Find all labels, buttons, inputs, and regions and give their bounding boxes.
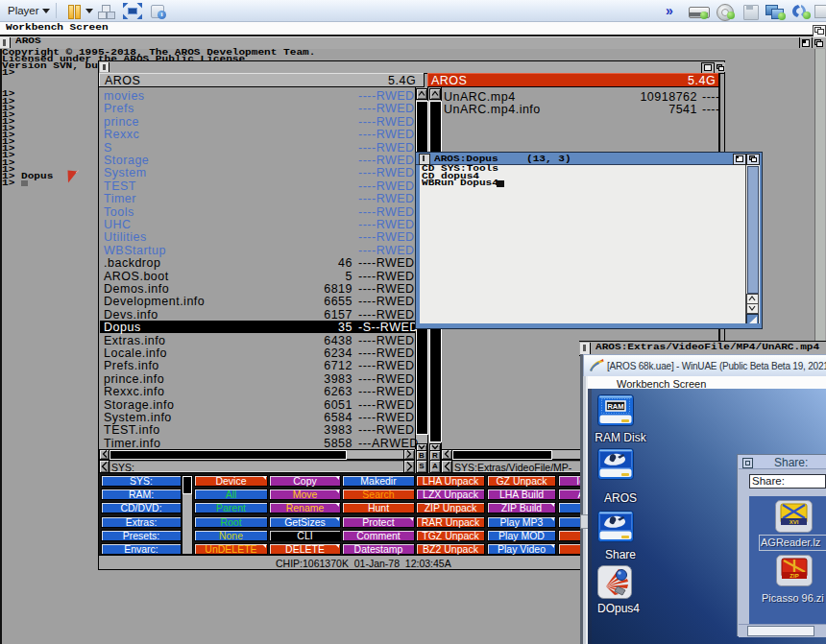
svg-text:ZIP: ZIP — [790, 573, 798, 579]
svg-text:RAM: RAM — [607, 402, 623, 411]
svg-text:XVI: XVI — [790, 519, 799, 525]
